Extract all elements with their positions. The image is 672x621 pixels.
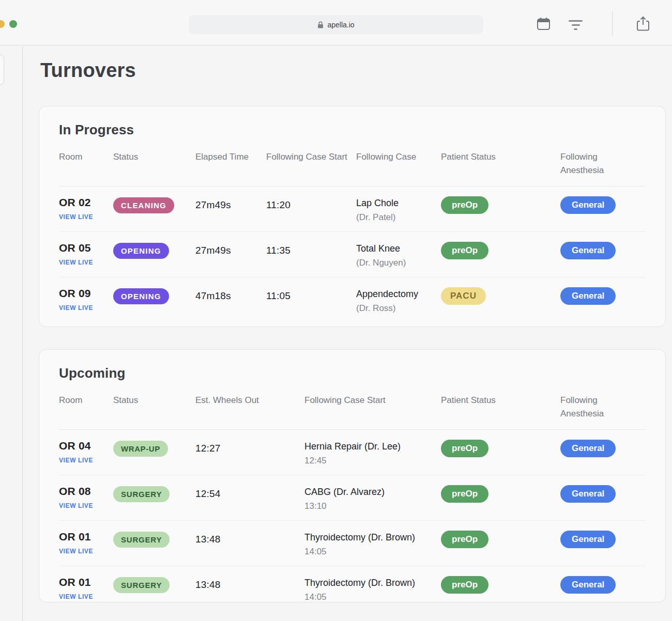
- column-header-est-wheels-out: Est. Wheels Out: [195, 394, 304, 407]
- in-progress-card: In Progress Room Status Elapsed Time Fol…: [39, 106, 666, 327]
- following-case-cell: CABG (Dr. Alvarez) 13:10: [304, 485, 441, 511]
- share-icon[interactable]: [636, 16, 650, 32]
- est-wheels-out: 12:27: [195, 440, 304, 454]
- column-header-patient-status: Patient Status: [441, 394, 560, 407]
- sidebar-handle[interactable]: [0, 54, 4, 85]
- status-badge: SURGERY: [113, 486, 170, 502]
- surgeon-name: (Dr. Ross): [356, 303, 441, 314]
- elapsed-time: 27m49s: [195, 196, 266, 211]
- upcoming-header-row: Room Status Est. Wheels Out Following Ca…: [59, 394, 646, 430]
- status-cell: SURGERY: [113, 485, 195, 502]
- anesthesia-cell: General: [560, 440, 646, 457]
- address-bar-url: apella.io: [327, 21, 354, 29]
- est-wheels-out: 13:48: [195, 531, 304, 545]
- anesthesia-cell: General: [560, 576, 646, 594]
- status-cell: OPENING: [113, 242, 195, 259]
- following-case-cell: Thyroidectomy (Dr. Brown) 14:05: [304, 531, 441, 557]
- status-badge: WRAP-UP: [113, 441, 168, 457]
- view-live-link[interactable]: VIEW LIVE: [59, 304, 93, 312]
- in-progress-title: In Progress: [59, 122, 646, 138]
- window-minimize-button[interactable]: [0, 20, 5, 28]
- column-header-elapsed-time: Elapsed Time: [195, 150, 266, 164]
- column-header-room: Room: [59, 150, 113, 164]
- anesthesia-cell: General: [560, 485, 646, 503]
- address-bar[interactable]: apella.io: [189, 15, 483, 34]
- lock-icon: [317, 21, 324, 28]
- upcoming-card: Upcoming Room Status Est. Wheels Out Fol…: [39, 349, 666, 602]
- patient-status-cell: preOp: [441, 440, 560, 457]
- room-label: OR 05: [59, 242, 113, 254]
- room-label: OR 04: [59, 440, 113, 452]
- case-start-time: 12:45: [304, 456, 441, 466]
- window-zoom-button[interactable]: [9, 20, 17, 28]
- elapsed-time: 27m49s: [195, 242, 266, 256]
- anesthesia-cell: General: [560, 287, 646, 305]
- room-cell: OR 01 VIEW LIVE: [59, 576, 113, 601]
- room-cell: OR 01 VIEW LIVE: [59, 531, 113, 555]
- anesthesia-cell: General: [560, 242, 646, 259]
- status-badge: SURGERY: [113, 577, 170, 593]
- status-cell: CLEANING: [113, 196, 195, 213]
- calendar-icon[interactable]: [537, 17, 551, 30]
- table-row: OR 08 VIEW LIVE SURGERY 12:54 CABG (Dr. …: [59, 475, 646, 521]
- status-cell: WRAP-UP: [113, 440, 195, 457]
- page-title: Turnovers: [40, 59, 136, 82]
- patient-status-badge: preOp: [441, 485, 488, 503]
- page-content: Turnovers In Progress Room Status Elapse…: [0, 46, 672, 621]
- case-start-time: 13:10: [304, 501, 441, 511]
- view-live-link[interactable]: VIEW LIVE: [59, 593, 93, 600]
- in-progress-table: Room Status Elapsed Time Following Case …: [59, 150, 646, 322]
- patient-status-badge: preOp: [441, 531, 488, 548]
- patient-status-badge: preOp: [441, 242, 488, 259]
- view-live-link[interactable]: VIEW LIVE: [59, 548, 93, 555]
- following-case-start: 11:35: [266, 242, 356, 256]
- column-header-following-case-start: Following Case Start: [266, 150, 356, 164]
- patient-status-cell: PACU: [441, 287, 560, 305]
- column-header-following-case: Following Case: [356, 150, 441, 164]
- room-cell: OR 09 VIEW LIVE: [59, 287, 113, 312]
- room-label: OR 09: [59, 287, 113, 300]
- room-label: OR 01: [59, 576, 113, 588]
- case-name: Thyroidectomy (Dr. Brown): [304, 576, 441, 588]
- sidebar-rail: [0, 46, 23, 621]
- room-label: OR 01: [59, 531, 113, 543]
- in-progress-header-row: Room Status Elapsed Time Following Case …: [59, 150, 646, 187]
- column-header-patient-status: Patient Status: [441, 150, 560, 164]
- room-cell: OR 08 VIEW LIVE: [59, 485, 113, 510]
- view-live-link[interactable]: VIEW LIVE: [59, 502, 93, 509]
- case-name: Appendectomy: [356, 287, 441, 300]
- anesthesia-badge: General: [560, 440, 616, 457]
- status-cell: SURGERY: [113, 576, 195, 593]
- browser-toolbar: apella.io: [0, 0, 672, 45]
- view-live-link[interactable]: VIEW LIVE: [59, 457, 93, 464]
- table-row: OR 09 VIEW LIVE OPENING 47m18s 11:05 App…: [59, 277, 646, 322]
- column-header-following-anesthesia: Following Anesthesia: [560, 394, 646, 421]
- following-case-cell: Hernia Repair (Dr. Lee) 12:45: [304, 440, 441, 466]
- case-start-time: 14:05: [304, 592, 441, 602]
- anesthesia-cell: General: [560, 531, 646, 548]
- anesthesia-badge: General: [560, 196, 616, 214]
- status-cell: OPENING: [113, 287, 195, 304]
- case-name: Total Knee: [356, 242, 441, 254]
- patient-status-cell: preOp: [441, 531, 560, 548]
- filter-icon[interactable]: [569, 20, 583, 30]
- surgeon-name: (Dr. Nguyen): [356, 258, 441, 268]
- patient-status-badge: preOp: [441, 196, 488, 214]
- status-badge: OPENING: [113, 243, 169, 259]
- patient-status-cell: preOp: [441, 576, 560, 594]
- surgeon-name: (Dr. Patel): [356, 212, 441, 223]
- view-live-link[interactable]: VIEW LIVE: [59, 213, 93, 221]
- anesthesia-badge: General: [560, 485, 616, 503]
- toolbar-divider: [612, 11, 613, 36]
- following-case-cell: Total Knee (Dr. Nguyen): [356, 242, 441, 268]
- anesthesia-cell: General: [560, 196, 646, 214]
- column-header-status: Status: [113, 394, 195, 407]
- view-live-link[interactable]: VIEW LIVE: [59, 259, 93, 266]
- status-badge: SURGERY: [113, 532, 170, 548]
- status-badge: OPENING: [113, 288, 169, 304]
- patient-status-cell: preOp: [441, 196, 560, 214]
- room-label: OR 08: [59, 485, 113, 498]
- following-case-start: 11:20: [266, 196, 356, 211]
- table-row: OR 01 VIEW LIVE SURGERY 13:48 Thyroidect…: [59, 521, 646, 566]
- column-header-following-case-start: Following Case Start: [304, 394, 441, 407]
